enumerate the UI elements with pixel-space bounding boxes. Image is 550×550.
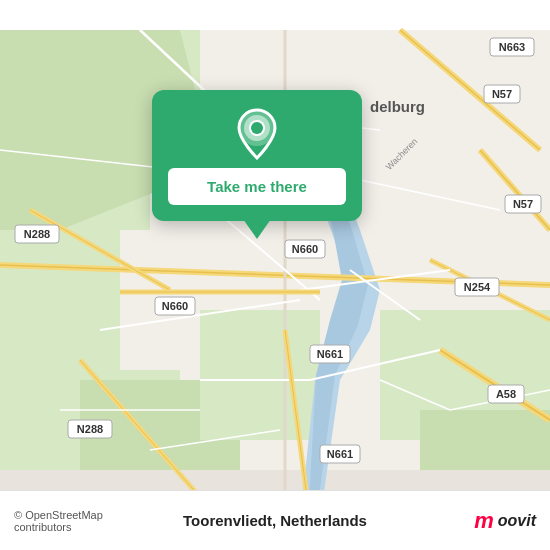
bottom-bar: © OpenStreetMap contributors Toorenvlied… [0,490,550,550]
location-pin-icon [231,108,283,160]
svg-text:N57: N57 [513,198,533,210]
svg-text:N57: N57 [492,88,512,100]
svg-text:N663: N663 [499,41,525,53]
moovit-name: oovit [498,512,536,530]
location-name: Toorenvliedt, Netherlands [145,512,406,529]
svg-text:A58: A58 [496,388,516,400]
svg-text:N288: N288 [77,423,103,435]
svg-text:N661: N661 [327,448,353,460]
map-background: N663 N57 N57 N288 N288 N660 N660 N661 N6… [0,0,550,550]
moovit-m-letter: m [474,508,494,534]
take-me-there-button[interactable]: Take me there [168,168,346,205]
svg-text:N660: N660 [292,243,318,255]
map-container: N663 N57 N57 N288 N288 N660 N660 N661 N6… [0,0,550,550]
svg-text:delburg: delburg [370,98,425,115]
svg-point-73 [251,122,263,134]
copyright-text: © OpenStreetMap contributors [14,509,145,533]
svg-text:N660: N660 [162,300,188,312]
svg-text:N661: N661 [317,348,343,360]
moovit-logo: m oovit [406,508,537,534]
svg-rect-7 [200,310,320,440]
svg-text:N254: N254 [464,281,491,293]
popup-card: Take me there [152,90,362,221]
svg-text:N288: N288 [24,228,50,240]
